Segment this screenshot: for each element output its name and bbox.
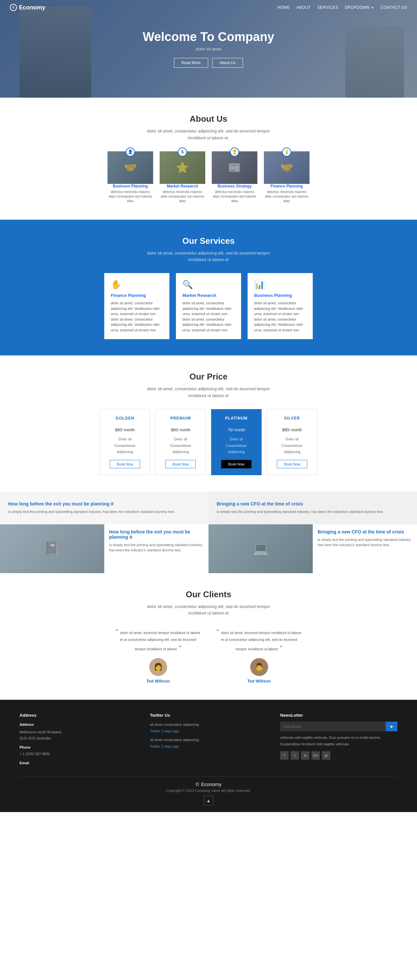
social-youtube-icon[interactable]: yt: [322, 751, 330, 760]
chevron-down-icon: ▼: [371, 6, 374, 10]
social-googleplus-icon[interactable]: G+: [312, 751, 320, 760]
service-card-desc-1: dolor sit amet, consectetur adipiscing e…: [182, 301, 235, 332]
price-features-silver: Dolor sitConsectetuerAdipiscing: [272, 436, 312, 455]
quote-close-icon-0: ": [179, 644, 181, 652]
about-icon-2: 🏆: [230, 148, 239, 157]
social-linkedin-icon[interactable]: in: [301, 751, 310, 760]
price-amount-silver: $80/ month: [272, 423, 312, 434]
book-now-silver[interactable]: Book Now: [277, 460, 307, 468]
nav-dropdown[interactable]: DROPDOWN ▼: [345, 5, 374, 10]
service-card-title-1: Market Research: [182, 293, 235, 298]
footer-bottom: © Economy Copyright © 2019 Company name …: [19, 776, 398, 805]
service-icon-0: ✋: [111, 280, 163, 290]
nav-contact[interactable]: CONTACT US: [380, 5, 407, 10]
footer-newsletter-desc: vehicula velit sagittis vehicula. Duis p…: [280, 735, 398, 748]
price-title: Our Price: [19, 372, 398, 382]
service-icon-1: 🔍: [182, 280, 235, 290]
about-card-1: $ ⭐ Market Research delectus reiciendis …: [160, 151, 205, 204]
hero-person-image: [19, 6, 91, 98]
blog-item-1: Bringing a new CFO at the time of crisis…: [209, 492, 417, 524]
blog-title-1: Bringing a new CFO at the time of crisis: [217, 501, 409, 506]
price-amount-premium: $60/ month: [161, 423, 201, 434]
blog-title-3: Bringing a new CFO at the time of crisis: [318, 529, 412, 535]
price-tier-premium: PREMIUM: [161, 416, 201, 420]
about-icon-1: $: [178, 148, 187, 157]
footer-newsletter-title: NewsLetter: [280, 713, 398, 718]
price-grid: GOLDEN $60/ month Dolor sitConsectetuerA…: [19, 409, 398, 475]
footer-twitter-line1: sit amet consectetur adipiscing: [150, 722, 267, 728]
social-facebook-icon[interactable]: f: [280, 751, 289, 760]
service-card-2: 📊 Business Planning dolor sit amet, cons…: [248, 273, 313, 339]
footer-phone-number: + 1 (234) 567-8501: [19, 751, 137, 757]
price-card-platinum: PLATINUM 70/ month Dolor sitConsectetuer…: [211, 409, 262, 475]
blog-title-2: How long before the exit you must be pla…: [109, 529, 204, 539]
about-card-title-2: Business Strategy: [212, 184, 257, 188]
book-now-premium[interactable]: Book Now: [166, 460, 195, 468]
service-card-title-2: Business Planning: [254, 293, 306, 298]
price-tier-golden: GOLDEN: [105, 416, 145, 420]
nav-services[interactable]: SERVICES: [317, 5, 338, 10]
newsletter-email-input[interactable]: [280, 722, 386, 731]
footer-newsletter-col: NewsLetter ➤ vehicula velit sagittis veh…: [280, 713, 398, 767]
footer-phone-label: Phone: [19, 745, 137, 751]
avatar-0: 👩: [149, 658, 167, 676]
price-features-premium: Dolor sitConsectetuerAdipiscing: [161, 436, 201, 455]
blog-item-0: How long before the exit you must be pla…: [0, 492, 209, 524]
footer-twitter-line2: sit amet consectetur adipiscing: [150, 737, 267, 743]
testimonial-text-1: " dolor sit amet, eiusmod tempor incidid…: [213, 627, 305, 653]
price-features-golden: Dolor sitConsectetuerAdipiscing: [105, 436, 145, 455]
logo-icon: ©: [10, 4, 17, 11]
about-subtitle: dolor sit amet, consectetur adipiscing e…: [143, 128, 274, 142]
about-card-desc-1: delectus reiciendis maiores alias conseq…: [160, 190, 205, 204]
footer-grid: Address Address Melbourne south Brisbane…: [19, 713, 398, 767]
footer-twitter-title: Twitter Us: [150, 713, 267, 718]
blog-item-3: 💻 Bringing a new CFO at the time of cris…: [209, 524, 417, 573]
book-now-golden[interactable]: Book Now: [110, 460, 140, 468]
blog-section: How long before the exit you must be pla…: [0, 492, 417, 573]
about-icon-3: 💡: [282, 148, 291, 157]
clients-subtitle: dolor sit amet, consectetur adipiscing e…: [143, 603, 274, 617]
nav-links: HOME ABOUT SERVICES DROPDOWN ▼ CONTACT U…: [278, 5, 407, 10]
price-amount-platinum: 70/ month: [216, 423, 256, 434]
about-card-0: 👤 🤝 Business Planning delectus reiciendi…: [107, 151, 153, 204]
back-to-top-button[interactable]: ▲: [204, 796, 213, 805]
footer-brand-name: Economy: [201, 781, 222, 787]
blog-content-2: How long before the exit you must be pla…: [104, 524, 209, 573]
nav-home[interactable]: HOME: [278, 5, 290, 10]
blog-title-0: How long before the exit you must be pla…: [8, 501, 200, 506]
hero-desk-image: [345, 26, 404, 98]
social-twitter-icon[interactable]: t: [291, 751, 299, 760]
service-icon-2: 📊: [254, 280, 306, 290]
about-card-desc-2: delectus reiciendis maiores alias conseq…: [212, 190, 257, 204]
newsletter-form: ➤: [280, 722, 398, 731]
client-name-0: Ted Willson: [112, 679, 204, 684]
services-cards: ✋ Finance Planning dolor sit amet, conse…: [19, 273, 398, 339]
blog-item-2: 📓 How long before the exit you must be p…: [0, 524, 209, 573]
footer-address-title: Address: [19, 713, 137, 718]
price-features-platinum: Dolor sitConsectetuerAdipiscing: [216, 436, 256, 455]
blog-image-3: 💻: [209, 524, 313, 573]
service-card-title-0: Finance Planning: [111, 293, 163, 298]
footer-twitter-link1[interactable]: Twitter 2 days ago: [150, 729, 179, 733]
book-now-platinum[interactable]: Book Now: [221, 460, 251, 468]
price-subtitle: dolor sit amet, consectetur adipiscing e…: [143, 386, 274, 399]
about-us-button[interactable]: About Us: [212, 58, 243, 68]
clients-title: Our Clients: [19, 589, 398, 600]
read-more-button[interactable]: Read More: [174, 58, 208, 68]
client-name-1: Ted Willson: [213, 679, 305, 684]
newsletter-submit-button[interactable]: ➤: [386, 722, 398, 731]
footer-copyright: Copyright © 2019 Company name All rights…: [19, 789, 398, 792]
footer-twitter-link2[interactable]: Twitter 2 days ago: [150, 745, 179, 748]
price-card-golden: GOLDEN $60/ month Dolor sitConsectetuerA…: [100, 409, 150, 475]
hero-buttons: Read More About Us: [143, 58, 274, 68]
service-card-desc-0: dolor sit amet, consectetur adipiscing e…: [111, 301, 163, 332]
service-card-0: ✋ Finance Planning dolor sit amet, conse…: [104, 273, 169, 339]
blog-desc-3: is simply text the printing and typesett…: [318, 537, 412, 548]
logo-text: Economy: [19, 4, 45, 11]
hero-content: Welcome To Company dolor sit amet Read M…: [143, 30, 274, 68]
quote-open-icon-1: ": [217, 628, 219, 635]
nav-about[interactable]: ABOUT: [296, 5, 311, 10]
testimonials: " dolor sit amet, eiusmod tempor incidid…: [19, 627, 398, 684]
back-to-top: ▲: [19, 796, 398, 805]
footer-email-label: Email: [19, 760, 137, 767]
